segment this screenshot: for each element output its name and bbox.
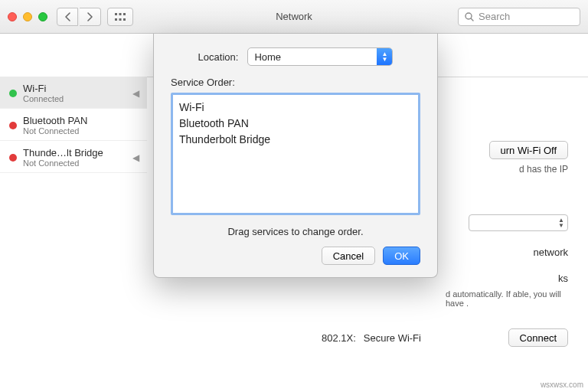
select-arrows-icon: ▲▼ bbox=[377, 48, 392, 65]
sidebar-item-wifi[interactable]: Wi-Fi Connected ◀ bbox=[0, 77, 147, 109]
svg-rect-5 bbox=[123, 18, 126, 21]
service-order-label: Service Order: bbox=[171, 77, 420, 88]
minimize-window-button[interactable] bbox=[23, 12, 32, 21]
8021x-label: 802.1X: bbox=[322, 332, 356, 344]
main: Wi-Fi Connected ◀ Bluetooth PAN Not Conn… bbox=[0, 34, 588, 392]
svg-rect-0 bbox=[115, 13, 117, 15]
auto-text-fragment: d automatically. If able, you will have … bbox=[446, 289, 568, 308]
titlebar: Network Search bbox=[0, 0, 588, 34]
watermark: wsxwsx.com bbox=[541, 381, 583, 389]
search-input[interactable]: Search bbox=[458, 8, 580, 26]
service-order-sheet: Location: Home ▲▼ Service Order: Wi-Fi B… bbox=[153, 34, 438, 278]
service-name: Bluetooth PAN bbox=[23, 115, 87, 126]
turn-wifi-off-button[interactable]: urn Wi-Fi Off bbox=[489, 141, 568, 159]
search-icon bbox=[465, 12, 474, 21]
8021x-value: Secure Wi-Fi bbox=[364, 332, 421, 344]
connect-button[interactable]: Connect bbox=[508, 328, 568, 347]
service-sidebar: Wi-Fi Connected ◀ Bluetooth PAN Not Conn… bbox=[0, 77, 147, 392]
list-item[interactable]: Wi-Fi bbox=[179, 100, 412, 116]
svg-rect-1 bbox=[119, 13, 122, 15]
close-window-button[interactable] bbox=[8, 12, 17, 21]
location-value: Home bbox=[248, 51, 377, 63]
chevron-left-icon: ◀ bbox=[132, 152, 139, 163]
network-label-fragment: network bbox=[533, 247, 568, 258]
ip-text-fragment: d has the IP bbox=[519, 164, 568, 175]
svg-line-7 bbox=[471, 18, 473, 21]
svg-rect-3 bbox=[115, 18, 117, 21]
service-order-list[interactable]: Wi-Fi Bluetooth PAN Thunderbolt Bridge bbox=[171, 93, 420, 215]
cancel-button[interactable]: Cancel bbox=[322, 247, 375, 265]
sidebar-item-bluetooth-pan[interactable]: Bluetooth PAN Not Connected bbox=[0, 109, 147, 141]
back-button[interactable] bbox=[57, 8, 78, 26]
forward-button[interactable] bbox=[80, 8, 101, 26]
list-item[interactable]: Bluetooth PAN bbox=[179, 116, 412, 132]
drag-hint: Drag services to change order. bbox=[171, 226, 420, 237]
service-status: Not Connected bbox=[23, 126, 87, 136]
stepper-icon: ▲▼ bbox=[558, 217, 564, 228]
svg-rect-4 bbox=[119, 18, 122, 21]
list-item[interactable]: Thunderbolt Bridge bbox=[179, 132, 412, 148]
service-name: Thunde…lt Bridge bbox=[23, 147, 103, 158]
show-all-button[interactable] bbox=[107, 8, 133, 26]
status-dot-icon bbox=[9, 122, 17, 129]
traffic-lights bbox=[8, 12, 47, 21]
chevron-left-icon: ◀ bbox=[132, 88, 139, 99]
maximize-window-button[interactable] bbox=[38, 12, 47, 21]
ok-button[interactable]: OK bbox=[383, 247, 420, 265]
service-status: Connected bbox=[23, 94, 64, 103]
service-name: Wi-Fi bbox=[23, 83, 64, 94]
search-placeholder: Search bbox=[479, 11, 510, 22]
status-dot-icon bbox=[9, 154, 17, 162]
service-status: Not Connected bbox=[23, 158, 103, 168]
sidebar-item-thunderbolt-bridge[interactable]: Thunde…lt Bridge Not Connected ◀ bbox=[0, 141, 147, 173]
ks-label-fragment: ks bbox=[558, 273, 568, 284]
nav-back-forward bbox=[57, 8, 101, 26]
location-select[interactable]: Home ▲▼ bbox=[247, 47, 393, 66]
dropdown[interactable]: ▲▼ bbox=[469, 214, 568, 231]
status-dot-icon bbox=[9, 90, 17, 97]
8021x-row: 802.1X: Secure Wi-Fi bbox=[322, 332, 421, 344]
svg-rect-2 bbox=[123, 13, 126, 15]
location-label: Location: bbox=[198, 51, 239, 63]
